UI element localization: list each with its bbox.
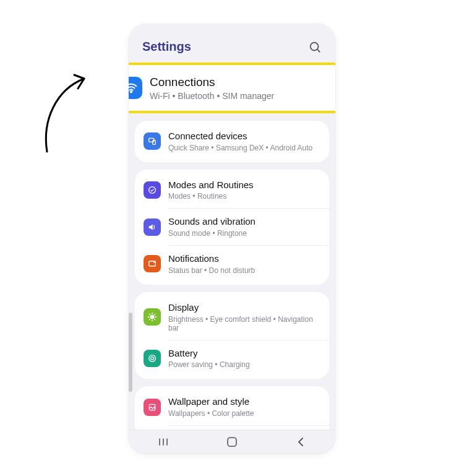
wifi-icon [129, 77, 142, 99]
settings-row-notifications[interactable]: Notifications Status bar • Do not distur… [135, 246, 329, 282]
row-subtitle: Sound mode • Ringtone [168, 229, 320, 238]
header: Settings [129, 24, 335, 63]
settings-row-connected-devices[interactable]: Connected devices Quick Share • Samsung … [135, 123, 329, 160]
scroll-indicator [129, 313, 132, 392]
sounds-icon [144, 219, 161, 236]
devices-icon [144, 132, 161, 150]
svg-point-7 [153, 261, 155, 263]
row-subtitle: Brightness • Eye comfort shield • Naviga… [168, 315, 320, 332]
settings-row-sounds[interactable]: Sounds and vibration Sound mode • Ringto… [135, 209, 329, 245]
row-subtitle: Modes • Routines [168, 192, 320, 201]
row-title: Connections [150, 75, 335, 90]
svg-point-17 [149, 355, 156, 362]
row-subtitle: Wallpapers • Color palette [168, 409, 320, 418]
svg-line-15 [149, 319, 150, 319]
settings-row-wallpaper[interactable]: Wallpaper and style Wallpapers • Color p… [135, 389, 329, 425]
modes-icon [144, 181, 161, 199]
settings-row-connections[interactable]: Connections Wi-Fi • Bluetooth • SIM mana… [129, 63, 335, 113]
row-title: Wallpaper and style [168, 396, 320, 408]
svg-line-13 [149, 314, 150, 314]
android-navbar [129, 430, 335, 453]
svg-line-1 [317, 50, 320, 52]
nav-recents[interactable] [145, 438, 182, 446]
settings-row-modes[interactable]: Modes and Routines Modes • Routines [135, 172, 329, 209]
page-title: Settings [142, 40, 191, 54]
search-icon[interactable] [308, 40, 322, 54]
row-subtitle: Quick Share • Samsung DeX • Android Auto [168, 144, 320, 152]
row-title: Modes and Routines [168, 180, 320, 191]
wallpaper-icon [144, 399, 161, 416]
battery-icon [144, 350, 161, 367]
row-subtitle: Wi-Fi • Bluetooth • SIM manager [150, 91, 335, 101]
annotation-arrow-icon [37, 65, 111, 158]
row-title: Display [168, 302, 320, 314]
row-subtitle: Status bar • Do not disturb [168, 266, 320, 275]
settings-row-display[interactable]: Display Brightness • Eye comfort shield … [135, 295, 329, 340]
settings-row-battery[interactable]: Battery Power saving • Charging [135, 340, 329, 377]
svg-point-0 [311, 42, 319, 50]
row-subtitle: Power saving • Charging [168, 360, 320, 369]
svg-rect-23 [228, 438, 236, 446]
settings-screen: Settings Connections Wi-Fi • Bluetooth •… [129, 24, 335, 453]
notifications-icon [144, 255, 161, 272]
row-title: Sounds and vibration [168, 216, 320, 228]
settings-list: Connections Wi-Fi • Bluetooth • SIM mana… [129, 63, 335, 430]
svg-point-18 [151, 357, 154, 360]
nav-home[interactable] [213, 436, 251, 448]
row-title: Notifications [168, 253, 320, 265]
row-title: Battery [168, 348, 320, 360]
svg-line-14 [154, 319, 155, 319]
svg-line-16 [154, 314, 155, 314]
row-title: Connected devices [168, 131, 320, 142]
display-icon [144, 308, 161, 326]
svg-point-8 [150, 315, 153, 318]
nav-back[interactable] [282, 437, 319, 447]
svg-point-2 [131, 91, 132, 92]
